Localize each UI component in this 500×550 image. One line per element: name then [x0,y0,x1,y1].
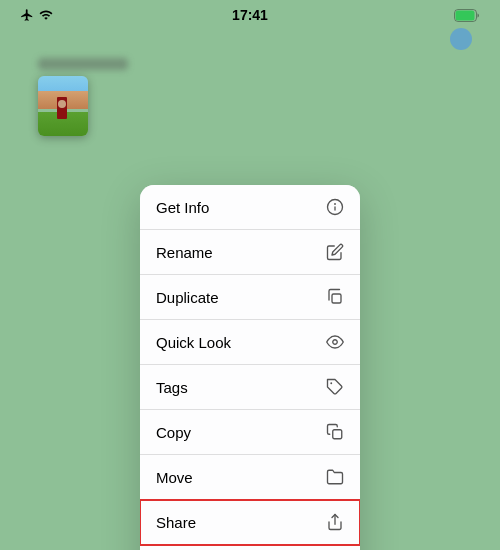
menu-label-get-info: Get Info [156,199,209,216]
tag-icon [326,378,344,396]
menu-label-tags: Tags [156,379,188,396]
folder-icon [326,468,344,486]
pencil-icon [326,243,344,261]
menu-item-quick-look[interactable]: Quick Look [140,320,360,365]
menu-item-duplicate[interactable]: Duplicate [140,275,360,320]
menu-label-quick-look: Quick Look [156,334,231,351]
status-bar: 17:41 [0,0,500,26]
menu-item-rename[interactable]: Rename [140,230,360,275]
blurred-filename [38,58,128,70]
share-icon [326,513,344,531]
file-icon [38,76,88,136]
eye-icon [326,333,344,351]
airplane-icon [20,8,34,22]
context-menu: Get Info Rename Duplicate Quick Look Tag… [140,185,360,550]
duplicate-icon [326,288,344,306]
svg-point-6 [333,340,338,345]
copy-icon [326,423,344,441]
menu-item-get-info[interactable]: Get Info [140,185,360,230]
svg-rect-8 [333,430,342,439]
svg-rect-5 [332,294,341,303]
menu-label-copy: Copy [156,424,191,441]
status-time: 17:41 [232,7,268,23]
menu-item-share[interactable]: Share [140,500,360,545]
svg-rect-1 [456,10,475,20]
status-right-icons [454,9,480,22]
menu-label-move: Move [156,469,193,486]
status-left-icons [20,8,53,22]
info-icon [326,198,344,216]
menu-item-copy[interactable]: Copy [140,410,360,455]
menu-label-share: Share [156,514,196,531]
wifi-icon [39,8,53,22]
menu-label-rename: Rename [156,244,213,261]
menu-label-duplicate: Duplicate [156,289,219,306]
menu-item-delete[interactable]: Delete [140,545,360,550]
menu-item-move[interactable]: Move [140,455,360,500]
file-thumbnail-area [38,58,128,136]
menu-item-tags[interactable]: Tags [140,365,360,410]
blue-dot [450,28,472,50]
battery-icon [454,9,480,22]
